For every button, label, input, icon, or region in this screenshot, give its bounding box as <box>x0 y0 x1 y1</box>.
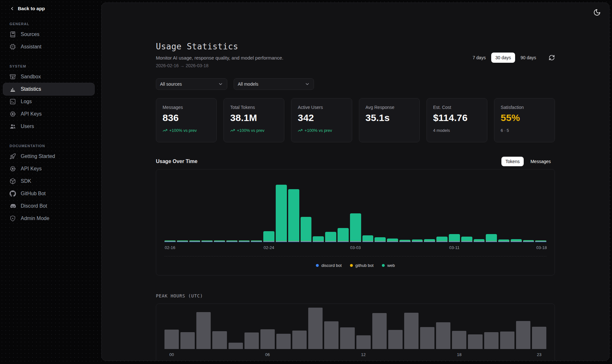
bar-20 <box>484 308 499 349</box>
peak-hours-plot[interactable]: 0006121823 <box>164 308 546 349</box>
stat-card-label: Est. Cost <box>433 105 481 110</box>
bar-segment-discord-bot <box>498 241 509 242</box>
sidebar-item-admin-mode[interactable]: Admin Mode <box>3 212 94 225</box>
sidebar-item-statistics[interactable]: Statistics <box>3 83 94 95</box>
refresh-icon <box>549 54 555 61</box>
bar-segment <box>340 327 354 349</box>
bar-segment-web <box>350 213 361 241</box>
sidebar-item-label: Getting Started <box>21 153 55 159</box>
chart-legend: discord botgithub botweb <box>164 256 546 275</box>
sidebar-item-sandbox[interactable]: Sandbox <box>3 71 94 83</box>
x-axis-tick-label: 23 <box>537 352 541 357</box>
toggle-messages[interactable]: Messages <box>526 157 555 166</box>
bar-segment <box>372 313 387 349</box>
sidebar-item-getting-started[interactable]: Getting Started <box>3 150 94 162</box>
sidebar-item-assistant[interactable]: Assistant <box>3 41 94 53</box>
sidebar-item-sources[interactable]: Sources <box>3 28 94 40</box>
bar-05 <box>244 308 259 349</box>
bar-chart-icon <box>10 86 16 92</box>
sidebar-item-discord-bot[interactable]: Discord Bot <box>3 200 94 212</box>
sidebar-item-label: Sandbox <box>21 74 41 80</box>
models-select[interactable]: All models <box>234 78 314 90</box>
shield-icon <box>10 215 16 222</box>
bar-03-08 <box>412 185 423 242</box>
bar-segment <box>516 321 530 349</box>
theme-toggle-button[interactable] <box>593 9 601 16</box>
bar-segment-discord-bot <box>313 241 324 242</box>
bar-00: 00 <box>164 308 179 349</box>
bar-02-26 <box>288 185 299 242</box>
bar-segment <box>164 330 179 349</box>
usage-chart-plot[interactable]: 02-1602-2403-0303-1103-18 <box>164 185 546 242</box>
bar-segment-discord-bot <box>226 241 237 242</box>
bar-03 <box>212 308 227 349</box>
bar-segment <box>356 335 371 349</box>
bar-02-20 <box>214 185 225 242</box>
legend-dot <box>382 264 385 267</box>
sidebar-item-users[interactable]: Users <box>3 120 94 132</box>
bar-segment-web <box>313 236 324 241</box>
bar-segment-discord-bot <box>251 241 262 242</box>
bar-segment-discord-bot <box>164 241 176 242</box>
bar-segment-web <box>276 185 287 241</box>
bar-segment <box>196 312 211 349</box>
bar-02-16: 02-16 <box>164 185 176 242</box>
bar-segment <box>452 331 466 349</box>
bar-segment-discord-bot <box>301 241 312 242</box>
date-range-text: 2026-02-16 → 2026-03-18 <box>156 63 283 68</box>
bar-segment <box>436 322 450 349</box>
refresh-button[interactable] <box>549 54 555 61</box>
toggle-tokens[interactable]: Tokens <box>501 157 524 166</box>
sidebar-item-api-keys[interactable]: API Keys <box>3 163 94 175</box>
bar-segment <box>324 321 339 349</box>
back-to-app-label: Back to app <box>18 6 45 11</box>
bar-segment-web <box>375 237 386 241</box>
sidebar-item-label: API Keys <box>21 111 42 117</box>
bar-segment-discord-bot <box>362 241 374 242</box>
bar-03-13 <box>474 185 485 242</box>
bar-03-06 <box>387 185 398 242</box>
back-to-app-button[interactable]: Back to app <box>0 0 101 11</box>
legend-label: discord bot <box>321 263 342 268</box>
sidebar-item-api-keys[interactable]: API Keys <box>3 108 94 120</box>
bar-02-21 <box>226 185 237 242</box>
bar-03-04 <box>362 185 374 242</box>
chevron-down-icon <box>218 82 223 87</box>
stat-card-value: $114.76 <box>433 112 481 123</box>
filters: All sources All models <box>156 78 555 90</box>
bar-02-18 <box>189 185 200 242</box>
bar-03-18: 03-18 <box>535 185 546 242</box>
bar-segment-web <box>288 189 299 241</box>
trending-up-icon <box>163 128 167 133</box>
chip-icon <box>10 44 16 50</box>
sidebar-item-sdk[interactable]: SDK <box>3 175 94 187</box>
bar-segment-discord-bot <box>375 241 386 242</box>
range-button-7-days[interactable]: 7 days <box>469 53 490 63</box>
chevron-down-icon <box>305 82 310 87</box>
bar-03-12 <box>461 185 472 242</box>
peak-hours-title: PEAK HOURS (UTC) <box>156 293 555 298</box>
bar-segment-web <box>436 237 448 241</box>
range-button-30-days[interactable]: 30 days <box>491 53 515 63</box>
bar-02-22 <box>239 185 250 242</box>
legend-dot <box>350 264 353 267</box>
archive-icon <box>10 74 16 80</box>
legend-item-github-bot: github bot <box>350 263 374 268</box>
stat-card-label: Messages <box>163 105 210 110</box>
sidebar-item-logs[interactable]: Logs <box>3 96 94 108</box>
rocket-icon <box>10 153 16 160</box>
bar-06: 06 <box>260 308 275 349</box>
sources-select[interactable]: All sources <box>156 78 227 90</box>
package-icon <box>10 178 16 184</box>
bar-segment-discord-bot <box>276 241 287 242</box>
range-button-90-days[interactable]: 90 days <box>516 53 540 63</box>
sidebar-item-label: GitHub Bot <box>21 191 46 196</box>
page-header: Usage Statistics Monitor AI usage, respo… <box>156 42 555 68</box>
chevron-left-icon <box>10 6 15 11</box>
stat-card-avg-response: Avg Response35.1s <box>359 98 420 142</box>
models-select-value: All models <box>238 82 259 87</box>
stat-card-est-cost: Est. Cost$114.764 models <box>426 98 487 142</box>
bar-03-01 <box>325 185 336 242</box>
sidebar-item-github-bot[interactable]: GitHub Bot <box>3 188 94 200</box>
stat-card-satisfaction: Satisfaction55%6 · 5 <box>494 98 555 142</box>
